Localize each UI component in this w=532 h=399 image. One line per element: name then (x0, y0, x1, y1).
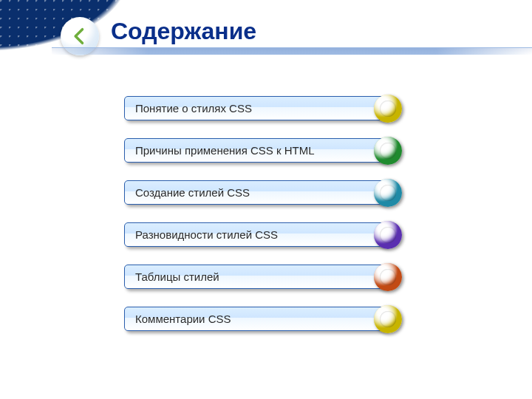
toc-dot (374, 221, 402, 249)
toc-dot (374, 95, 402, 123)
toc-item[interactable]: Разновидности стилей CSS (124, 222, 387, 247)
toc-list: Понятие о стилях CSS Причины применения … (124, 96, 387, 331)
toc-dot (374, 263, 402, 291)
toc-item-label: Таблицы стилей (135, 270, 219, 283)
toc-dot (374, 179, 402, 207)
chevron-left-icon (69, 26, 90, 47)
page-title: Содержание (111, 18, 256, 45)
toc-dot (374, 305, 402, 333)
toc-item-label: Создание стилей CSS (135, 186, 250, 199)
toc-item-label: Причины применения CSS к HTML (135, 144, 315, 157)
toc-item[interactable]: Таблицы стилей (124, 265, 387, 289)
toc-item[interactable]: Понятие о стилях CSS (124, 96, 387, 120)
title-underline (52, 47, 532, 55)
toc-item[interactable]: Комментарии CSS (124, 307, 387, 331)
toc-dot (374, 137, 402, 165)
toc-item-label: Комментарии CSS (135, 313, 231, 325)
toc-item[interactable]: Создание стилей CSS (124, 180, 387, 205)
toc-item-label: Понятие о стилях CSS (135, 102, 252, 115)
toc-item[interactable]: Причины применения CSS к HTML (124, 138, 387, 163)
toc-item-label: Разновидности стилей CSS (135, 228, 278, 241)
